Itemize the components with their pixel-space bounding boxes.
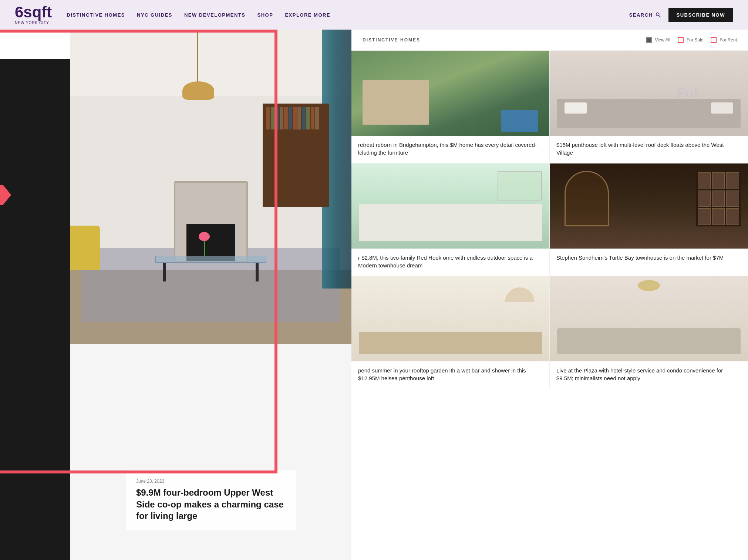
filter-options: View All For Sale For Rent [646,37,737,43]
article-text-chelsea: pend summer in your rooftop garden ith a… [351,361,549,389]
article-headline-chelsea: pend summer in your rooftop garden ith a… [358,367,543,382]
nav-item-new-developments[interactable]: NEW DEVELOPMENTS [184,12,246,18]
filter-for-sale-label: For Sale [687,37,703,43]
featured-image-sim [70,30,351,344]
bookshelf [263,104,329,207]
thumb-redhook-image [351,163,549,249]
logo-sub: NEW YORK CITY [15,21,49,25]
logo[interactable]: 6sqft NEW YORK CITY [15,4,52,25]
thumb-pillow-1 [565,102,587,114]
article-thumb-red-hook [351,163,549,249]
thumb-plaza-image [550,276,748,361]
article-plaza[interactable]: Live at the Plaza with hotel-style servi… [550,276,748,389]
article-headline-red-hook: r $2.8M, this two-family Red Hook ome wi… [358,254,543,269]
right-header: DISTINCTIVE HOMES View All For Sale For … [351,30,748,51]
flowers [197,234,212,256]
logo-text: 6sqft [15,4,52,20]
pendant-shade [182,81,214,100]
right-panel: DISTINCTIVE HOMES View All For Sale For … [351,30,748,560]
featured-date: June 23, 2023 [136,479,286,484]
article-headline-bridgehampton: retreat reborn in Bridgehampton, this $M… [358,141,543,156]
featured-caption[interactable]: June 23, 2023 $9.9M four-bedroom Upper W… [126,470,296,530]
filter-view-all-label: View All [655,37,670,43]
article-text-turtle-bay: Stephen Sondheim's Turtle Bay townhouse … [550,249,748,268]
search-button[interactable]: SEARCH [629,12,661,18]
thumb-rh-window [498,171,542,200]
featured-article[interactable]: June 23, 2023 $9.9M four-bedroom Upper W… [70,30,351,560]
article-text-bridgehampton: retreat reborn in Bridgehampton, this $M… [351,136,549,163]
article-penthouse-wv[interactable]: $15M penthouse loft with multi-level roo… [550,51,748,163]
article-thumb-bridgehampton [351,51,549,136]
filter-view-all[interactable]: View All [646,37,670,43]
coffee-table [155,256,266,263]
article-headline-plaza: Live at the Plaza with hotel-style servi… [556,367,741,382]
search-label: SEARCH [629,12,653,18]
coffee-table-legs [163,263,259,281]
thumb-penthouse-image [351,276,549,361]
thumb-aerial-image [351,51,549,136]
article-thumb-chelsea [351,276,549,361]
thumb-bed [557,99,741,128]
main-nav: DISTINCTIVE HOMES NYC GUIDES NEW DEVELOP… [67,12,629,18]
article-chelsea-penthouse[interactable]: pend summer in your rooftop garden ith a… [351,276,550,389]
svg-point-0 [656,13,659,16]
article-headline-turtle-bay: Stephen Sondheim's Turtle Bay townhouse … [556,254,741,262]
foi-watermark: FoI [677,85,698,101]
nav-item-shop[interactable]: SHOP [257,12,273,18]
article-text-red-hook: r $2.8M, this two-family Red Hook ome wi… [351,249,549,276]
featured-image [70,30,351,344]
nav-item-nyc-guides[interactable]: NYC GUIDES [137,12,172,18]
article-thumb-plaza [550,276,748,361]
bookshelf-books [266,107,326,203]
pendant-light [197,30,198,89]
featured-title: $9.9M four-bedroom Upper West Side co-op… [136,487,286,522]
thumb-pillow-2 [711,102,733,114]
thumb-ph-table [359,332,542,354]
filter-checkbox-for-sale[interactable] [678,37,684,43]
section-title: DISTINCTIVE HOMES [363,37,420,43]
sofa [70,226,100,270]
main-content: FEATURED [0,30,748,560]
thumb-umbrella [505,287,535,302]
article-thumb-penthouse-wv [550,51,748,136]
svg-line-1 [659,16,661,17]
thumb-rh-kitchen [359,204,542,241]
article-red-hook[interactable]: r $2.8M, this two-family Red Hook ome wi… [351,163,550,276]
thumb-plaza-sofa [557,328,741,354]
filter-for-rent-label: For Rent [720,37,737,43]
header-right: SEARCH SUBSCRIBE NOW [629,8,733,22]
filter-for-rent[interactable]: For Rent [711,37,737,43]
articles-grid: retreat reborn in Bridgehampton, this $M… [351,51,748,389]
filter-for-sale[interactable]: For Sale [678,37,703,43]
article-thumb-turtle-bay [550,163,748,249]
nav-item-distinctive-homes[interactable]: DISTINCTIVE HOMES [67,12,125,18]
article-bridgehampton[interactable]: retreat reborn in Bridgehampton, this $M… [351,51,550,163]
site-header: 6sqft NEW YORK CITY DISTINCTIVE HOMES NY… [0,0,748,30]
filter-checkbox-view-all[interactable] [646,37,652,43]
aerial-house [363,80,429,125]
thumb-bedroom-image [550,51,748,136]
thumb-townhouse-image [550,163,748,249]
nav-item-explore-more[interactable]: EXPLORE MORE [285,12,330,18]
thumb-chandelier [638,280,660,291]
thumb-gallery-wall [696,171,741,226]
black-bg-left [0,59,70,560]
article-headline-penthouse-wv: $15M penthouse loft with multi-level roo… [556,141,741,156]
article-turtle-bay[interactable]: Stephen Sondheim's Turtle Bay townhouse … [550,163,748,276]
aerial-pool [501,110,538,132]
thumb-arch [565,171,609,226]
article-text-plaza: Live at the Plaza with hotel-style servi… [550,361,748,389]
subscribe-button[interactable]: SUBSCRIBE NOW [668,8,733,22]
filter-checkbox-for-rent[interactable] [711,37,717,43]
search-icon [655,12,661,18]
article-text-penthouse-wv: $15M penthouse loft with multi-level roo… [550,136,748,163]
